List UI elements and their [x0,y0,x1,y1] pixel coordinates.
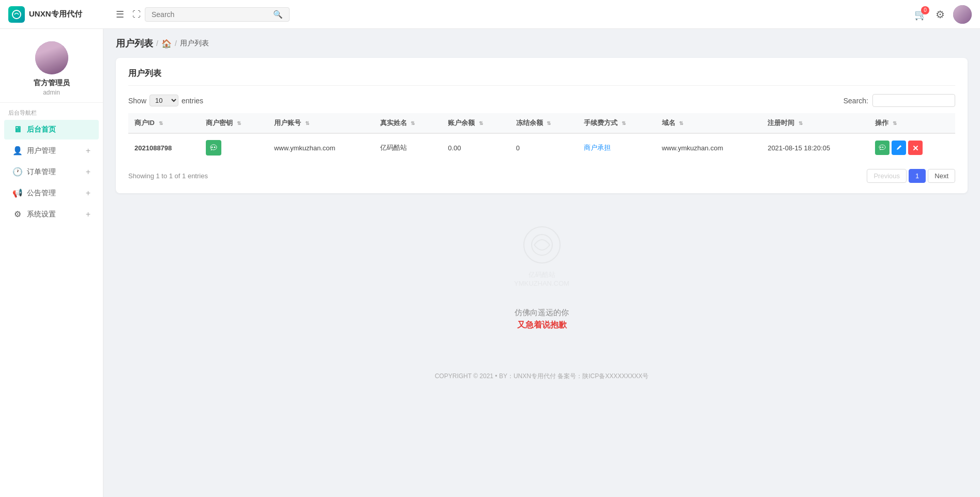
fee-method-link[interactable]: 商户承担 [584,144,611,151]
users-expand-icon: + [86,146,91,156]
sidebar-item-notices[interactable]: 📢 公告管理 + [4,183,99,203]
sort-merchant-id-icon[interactable]: ⇅ [159,120,163,126]
watermark-area: 亿码酷站YMKUZHAN.COM [116,193,968,298]
table-row: 2021088798 www.ymkuzhan.com 亿码酷站 0.00 0 … [128,133,955,162]
sort-domain-icon[interactable]: ⇅ [679,120,683,126]
sidebar-item-dashboard-label: 后台首页 [27,125,56,134]
orders-expand-icon: + [86,167,91,177]
users-icon: 👤 [12,146,23,156]
action-edit-button[interactable] [892,141,906,155]
table-search: Search: [843,94,955,107]
sidebar-item-users[interactable]: 👤 用户管理 + [4,141,99,161]
cell-merchant-key [200,133,268,162]
cell-merchant-id: 2021088798 [128,133,200,162]
cell-action [869,133,955,162]
card-title: 用户列表 [128,68,955,86]
user-list-card: 用户列表 Show 10 25 50 100 entries Search: [116,58,968,193]
previous-button[interactable]: Previous [867,169,907,183]
sort-frozen-icon[interactable]: ⇅ [547,120,551,126]
next-button[interactable]: Next [928,169,955,183]
gear-button[interactable]: ⚙ [936,8,945,21]
pagination-row: Showing 1 to 1 of 1 entries Previous 1 N… [128,169,955,183]
sort-user-account-icon[interactable]: ⇅ [305,120,309,126]
svg-point-2 [214,147,216,148]
cell-frozen: 0 [510,133,578,162]
poem-line1: 仿佛向遥远的你 [116,308,968,318]
show-label: Show [128,97,146,105]
breadcrumb-current: 用户列表 [180,39,209,48]
cell-domain: www.ymkuzhan.com [656,133,762,162]
cart-button[interactable]: 🛒 0 [914,8,927,21]
sidebar-item-orders[interactable]: 🕐 订单管理 + [4,162,99,182]
breadcrumb-sep1: / [156,39,158,48]
cell-balance: 0.00 [442,133,510,162]
search-bar: 🔍 [145,7,290,22]
svg-point-4 [882,147,883,148]
sidebar-item-notices-left: 📢 公告管理 [12,188,56,198]
page-1-button[interactable]: 1 [909,169,926,183]
cart-badge: 0 [921,6,929,14]
entries-select[interactable]: 10 25 50 100 [149,95,178,106]
sidebar-user-role: admin [43,89,60,96]
cell-fee-method: 商户承担 [578,133,655,162]
col-domain: 域名 ⇅ [656,113,762,133]
sort-real-name-icon[interactable]: ⇅ [411,120,415,126]
col-frozen: 冻结余额 ⇅ [510,113,578,133]
sort-fee-icon[interactable]: ⇅ [622,120,626,126]
col-merchant-key: 商户密钥 ⇅ [200,113,268,133]
poem-line2: 又急着说抱歉 [116,320,968,331]
poem-area: 仿佛向遥远的你 又急着说抱歉 [116,298,968,341]
hamburger-icon: ☰ [116,9,124,20]
sort-reg-time-icon[interactable]: ⇅ [798,120,803,126]
pagination-info: Showing 1 to 1 of 1 entries [128,172,208,180]
sort-merchant-key-icon[interactable]: ⇅ [237,120,241,126]
action-buttons [875,141,949,155]
logo-text: UNXN专用代付 [29,9,82,19]
breadcrumb: 用户列表 / 🏠 / 用户列表 [116,37,968,50]
logo-icon [8,6,25,23]
footer: COPYRIGHT © 2021 • BY：UNXN专用代付 备案号：陕ICP备… [116,362,968,391]
col-action: 操作 ⇅ [869,113,955,133]
sidebar-avatar-image [35,41,68,74]
col-fee-method: 手续费方式 ⇅ [578,113,655,133]
table-search-input[interactable] [872,94,955,107]
page-title: 用户列表 [116,37,153,50]
table-header: 商户ID ⇅ 商户密钥 ⇅ 用户账号 ⇅ 真实姓名 ⇅ 账户余额 ⇅ 冻结余额 … [128,113,955,133]
sidebar-item-dashboard[interactable]: 🖥 后台首页 [4,120,99,139]
table-controls: Show 10 25 50 100 entries Search: [128,94,955,107]
breadcrumb-sep2: / [175,39,177,48]
col-reg-time: 注册时间 ⇅ [761,113,869,133]
expand-button[interactable]: ⛶ [128,8,145,21]
col-balance: 账户余额 ⇅ [442,113,510,133]
main-layout: 官方管理员 admin 后台导航栏 🖥 后台首页 👤 用户管理 + 🕐 订单管理… [0,29,980,497]
wechat-key-button[interactable] [206,140,221,156]
action-delete-button[interactable] [908,141,923,155]
sort-action-icon[interactable]: ⇅ [893,120,897,126]
hamburger-button[interactable]: ☰ [112,7,128,22]
notices-icon: 📢 [12,188,23,198]
sidebar-item-users-left: 👤 用户管理 [12,146,56,156]
action-wechat-button[interactable] [875,141,889,155]
logo-area: UNXN专用代付 [8,6,112,23]
user-avatar-header[interactable] [953,5,972,24]
sidebar-item-users-label: 用户管理 [27,146,56,156]
svg-point-0 [12,10,21,19]
sidebar: 官方管理员 admin 后台导航栏 🖥 后台首页 👤 用户管理 + 🕐 订单管理… [0,29,103,497]
search-input[interactable] [152,10,269,19]
col-user-account: 用户账号 ⇅ [268,113,374,133]
sidebar-item-settings-left: ⚙ 系统设置 [12,209,56,219]
col-real-name: 真实姓名 ⇅ [374,113,442,133]
sidebar-user-name: 官方管理员 [34,79,70,88]
sidebar-item-settings[interactable]: ⚙ 系统设置 + [4,204,99,224]
sidebar-item-orders-left: 🕐 订单管理 [12,167,56,177]
orders-icon: 🕐 [12,167,23,177]
settings-expand-icon: + [86,210,91,219]
svg-point-5 [524,227,560,263]
footer-text: COPYRIGHT © 2021 • BY：UNXN专用代付 备案号：陕ICP备… [435,372,649,380]
col-merchant-id: 商户ID ⇅ [128,113,200,133]
sort-balance-icon[interactable]: ⇅ [479,120,483,126]
watermark-logo [521,224,563,266]
breadcrumb-home-icon[interactable]: 🏠 [161,39,172,49]
avatar-image [953,5,972,24]
svg-point-3 [880,147,881,148]
